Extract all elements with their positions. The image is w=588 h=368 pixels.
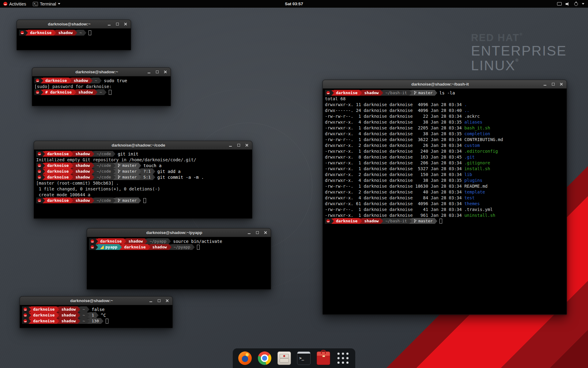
power-icon: [574, 2, 578, 6]
terminal-line: drwxrwxr-x. 4 darknoise darknoise 38 Jan…: [325, 119, 564, 125]
terminal-body[interactable]: darknoiseshadow~sudo true[sudo] password…: [32, 76, 171, 96]
terminal-text: drwxrwxr-x. 4 darknoise darknoise 38 Jan…: [325, 178, 464, 183]
minimize-button[interactable]: [146, 70, 151, 75]
prompt-segment-user: darknoise: [334, 90, 360, 96]
terminal-body[interactable]: darknoiseshadow~/codegit initInitialized…: [34, 150, 252, 205]
chrome-dock-button[interactable]: [257, 351, 272, 366]
window-titlebar[interactable]: darknoise@shadow:~: [32, 68, 171, 76]
powerline-separator: [145, 239, 147, 244]
redhat-icon: [91, 245, 94, 249]
terminal-text: total 68: [325, 96, 345, 101]
terminal-line: drwxrwxr-x. 4 darknoise darknoise 38 Jan…: [325, 177, 564, 183]
prompt-segment-path: ~/pyapp: [172, 244, 193, 250]
powerline-separator: [95, 90, 97, 95]
system-status-area[interactable]: [553, 0, 588, 8]
powerline-separator: [113, 174, 115, 180]
powerline-separator: [71, 163, 73, 168]
window-title: darknoise@shadow:~: [32, 298, 151, 303]
terminal-window: darknoise@shadow:~/bash-it darknoiseshad…: [322, 80, 567, 315]
window-titlebar[interactable]: darknoise@shadow:~: [20, 297, 172, 305]
prompt-segment-user: darknoise: [45, 197, 71, 203]
powerline-separator: [139, 198, 141, 203]
prompt-segment-host: shadow: [59, 306, 78, 312]
prompt-segment-os: [22, 312, 28, 318]
prompt-segment-host: shadow: [73, 168, 92, 174]
git-branch-icon: [118, 169, 121, 173]
firefox-icon: [238, 351, 252, 365]
terminal-text: README.md: [464, 184, 488, 189]
terminal-text: drwxrwxr-x. 11 darknoise darknoise 4096 …: [325, 102, 464, 107]
terminal-text: lib: [464, 172, 472, 177]
terminal-body[interactable]: darknoiseshadow~: [17, 29, 131, 37]
terminal-body[interactable]: darknoiseshadow~/bash-itmasterls -latota…: [323, 89, 567, 225]
terminal-text: sudo true: [104, 78, 127, 83]
minimize-button[interactable]: [107, 22, 111, 27]
prompt-segment-status: 130: [89, 318, 101, 324]
maximize-button[interactable]: [115, 22, 120, 27]
powerline-separator: [409, 218, 412, 224]
prompt-segment-os: [34, 89, 41, 95]
firefox-dock-button[interactable]: [238, 351, 252, 366]
close-button[interactable]: [244, 143, 249, 148]
redhat-icon: [38, 175, 41, 179]
terminal-text: ..: [464, 108, 469, 113]
window-titlebar[interactable]: darknoise@shadow:~/bash-it: [323, 80, 567, 89]
chevron-down-icon: [58, 3, 60, 5]
toolbox-icon: [317, 351, 330, 365]
clock[interactable]: Sat 03:57: [285, 2, 303, 6]
windows-layer: darknoise@shadow:~ darknoiseshadow~ dark…: [0, 0, 588, 368]
maximize-button[interactable]: [236, 143, 241, 148]
maximize-button[interactable]: [156, 298, 161, 303]
powerline-separator: [87, 307, 89, 312]
terminal-text: -rw-rw-r--. 1 darknoise darknoise 3622 J…: [325, 137, 464, 142]
terminal-text: plugins: [464, 178, 482, 183]
close-button[interactable]: [165, 298, 170, 303]
prompt-segment-user: darknoise: [45, 151, 71, 157]
terminal-dock-button[interactable]: [296, 351, 311, 366]
powerline-separator: [57, 307, 59, 312]
window-titlebar[interactable]: darknoise@shadow:~: [17, 20, 131, 29]
terminal-text: [master (root-commit) 50bcb63] .: [36, 181, 119, 186]
activities-button[interactable]: Activities: [0, 0, 29, 8]
toolbox-dock-button[interactable]: [316, 351, 331, 366]
terminal-body[interactable]: darknoiseshadow~falsedarknoiseshadow~1^C…: [20, 305, 172, 325]
app-menu[interactable]: Terminal: [29, 0, 64, 8]
terminal-text: [sudo] password for darknoise:: [34, 84, 112, 89]
close-button[interactable]: [559, 82, 564, 87]
window-titlebar[interactable]: darknoise@shadow:~/code: [34, 141, 252, 150]
prompt-segment-user: darknoise: [31, 318, 57, 324]
close-button[interactable]: [263, 230, 268, 235]
minimize-button[interactable]: [228, 143, 233, 148]
chevron-down-icon: [582, 3, 584, 5]
prompt-segment-path: ~/code: [94, 197, 113, 203]
window-titlebar[interactable]: darknoise@shadow:~/pyapp: [87, 228, 271, 237]
close-button[interactable]: [163, 70, 168, 75]
terminal-line: [sudo] password for darknoise:: [34, 83, 168, 89]
prompt-segment-status: 1: [89, 312, 96, 318]
window-buttons: [148, 298, 172, 303]
terminal-body[interactable]: darknoiseshadow~/pyappsource bin/activat…: [87, 237, 271, 251]
redhat-icon: [38, 199, 41, 202]
powerline-separator: [92, 151, 94, 157]
powerline-separator: [113, 198, 115, 203]
maximize-button[interactable]: [255, 230, 260, 235]
minimize-button[interactable]: [247, 230, 251, 235]
terminal-line: darknoiseshadow~/bash-itmaster: [325, 218, 564, 224]
close-button[interactable]: [123, 22, 128, 27]
terminal-text: bash_it.sh: [464, 125, 490, 130]
maximize-button[interactable]: [551, 82, 556, 87]
minimize-button[interactable]: [148, 298, 153, 303]
terminal-window: darknoise@shadow:~/pyapp darknoiseshadow…: [87, 228, 271, 289]
files-dock-button[interactable]: [277, 351, 292, 366]
maximize-button[interactable]: [155, 70, 160, 75]
powerline-separator: [74, 90, 76, 95]
minimize-button[interactable]: [542, 82, 547, 87]
terminal-line: -rw-rw-r--. 1 darknoise darknoise 41 Jan…: [325, 206, 564, 212]
window-title: darknoise@shadow:~/code: [46, 143, 231, 148]
app-grid-dock-button[interactable]: [336, 351, 350, 366]
redhat-icon: [24, 308, 27, 311]
powerline-separator: [104, 90, 107, 95]
terminal-text: -rwxrwxr-x. 1 darknoise darknoise 5327 J…: [325, 166, 464, 171]
powerline-separator: [25, 30, 28, 36]
terminal-text: drwxrwxr-x. 4 darknoise darknoise 38 Jan…: [325, 120, 464, 125]
